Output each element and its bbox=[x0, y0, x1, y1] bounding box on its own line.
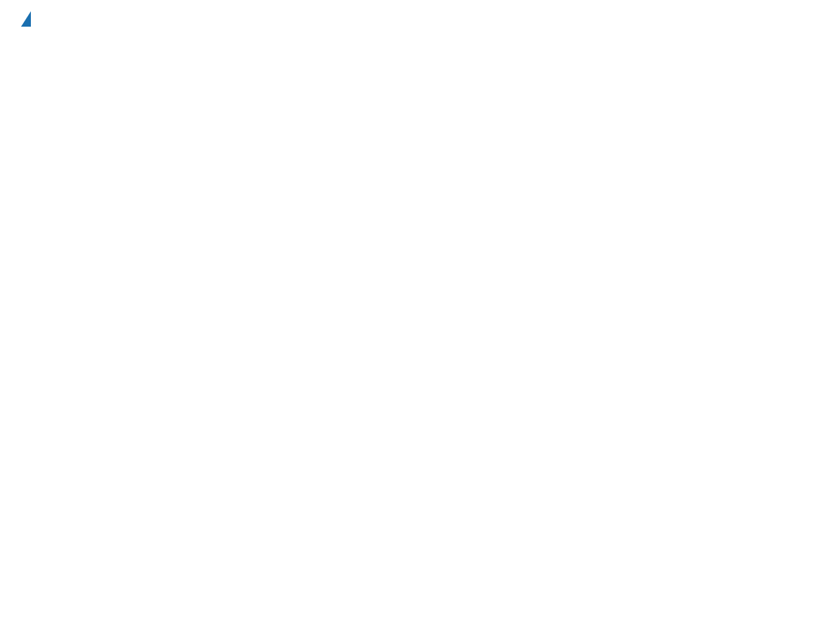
logo-triangle-icon bbox=[21, 11, 31, 27]
logo bbox=[21, 14, 31, 27]
header bbox=[21, 14, 813, 27]
